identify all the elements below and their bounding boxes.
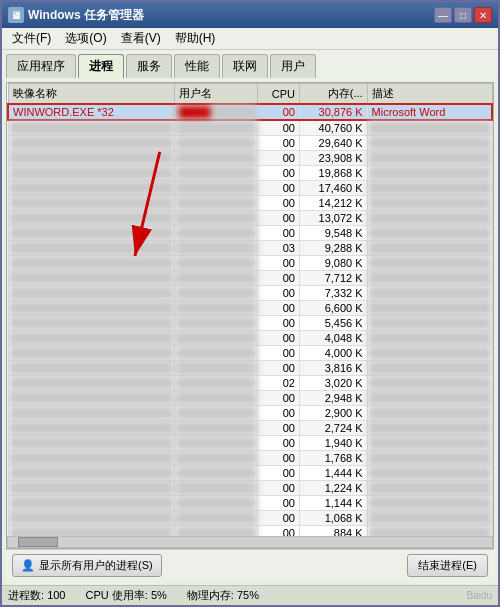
blurred-cell: ████████ (175, 271, 258, 286)
tab-users[interactable]: 用户 (270, 54, 316, 78)
process-cell: 29,640 K (299, 136, 367, 151)
table-row[interactable]: ████████████████00884 K████████ (8, 526, 492, 537)
process-cell: 884 K (299, 526, 367, 537)
process-table: 映像名称 用户名 CPU 内存(... 描述 WINWORD.EXE *32 (7, 83, 493, 536)
table-row[interactable]: ████████████████039,288 K████████ (8, 241, 492, 256)
table-row[interactable]: ████████████████007,712 K████████ (8, 271, 492, 286)
scrollbar-thumb[interactable] (18, 537, 58, 547)
table-row[interactable]: ████████████████001,768 K████████ (8, 451, 492, 466)
process-cell: 00 (258, 361, 300, 376)
process-cell: 02 (258, 376, 300, 391)
table-row[interactable]: ████████████████002,724 K████████ (8, 421, 492, 436)
table-row[interactable]: ████████████████001,144 K████████ (8, 496, 492, 511)
header-user[interactable]: 用户名 (175, 84, 258, 105)
process-cell: 13,072 K (299, 211, 367, 226)
blurred-cell: ████████ (367, 331, 492, 346)
blurred-cell: ████████ (175, 166, 258, 181)
table-row[interactable]: ████████████████009,080 K████████ (8, 256, 492, 271)
blurred-cell: ████████ (175, 511, 258, 526)
table-row[interactable]: ████████████████007,332 K████████ (8, 286, 492, 301)
tab-networking[interactable]: 联网 (222, 54, 268, 78)
menu-options[interactable]: 选项(O) (59, 29, 112, 48)
blurred-cell: ████████ (175, 256, 258, 271)
process-desc-winword: Microsoft Word (367, 104, 492, 120)
blurred-cell: ████████ (175, 346, 258, 361)
blurred-cell: ████████ (175, 301, 258, 316)
blurred-cell: ████████ (8, 271, 175, 286)
table-scroll[interactable]: 映像名称 用户名 CPU 内存(... 描述 WINWORD.EXE *32 (7, 83, 493, 536)
header-desc[interactable]: 描述 (367, 84, 492, 105)
process-cell: 00 (258, 481, 300, 496)
blurred-cell: ████████ (367, 391, 492, 406)
header-cpu[interactable]: CPU (258, 84, 300, 105)
table-row[interactable]: ████████████████0040,760 K████████ (8, 120, 492, 136)
close-button[interactable]: ✕ (474, 7, 492, 23)
end-process-button[interactable]: 结束进程(E) (407, 554, 488, 577)
title-bar-left: 🖥 Windows 任务管理器 (8, 7, 144, 24)
table-row[interactable]: ████████████████001,224 K████████ (8, 481, 492, 496)
process-cell: 00 (258, 286, 300, 301)
blurred-cell: ████████ (8, 166, 175, 181)
menu-help[interactable]: 帮助(H) (169, 29, 222, 48)
show-all-label: 显示所有用户的进程(S) (39, 558, 153, 573)
menu-view[interactable]: 查看(V) (115, 29, 167, 48)
table-row[interactable]: ████████████████0014,212 K████████ (8, 196, 492, 211)
table-row[interactable]: ████████████████001,940 K████████ (8, 436, 492, 451)
tab-services[interactable]: 服务 (126, 54, 172, 78)
table-row[interactable]: ████████████████002,900 K████████ (8, 406, 492, 421)
table-row[interactable]: ████████████████009,548 K████████ (8, 226, 492, 241)
tab-performance[interactable]: 性能 (174, 54, 220, 78)
table-row[interactable]: ████████████████0013,072 K████████ (8, 211, 492, 226)
show-all-users-button[interactable]: 👤 显示所有用户的进程(S) (12, 554, 162, 577)
table-row[interactable]: ████████████████001,068 K████████ (8, 511, 492, 526)
table-row[interactable]: ████████████████023,020 K████████ (8, 376, 492, 391)
process-cell: 2,724 K (299, 421, 367, 436)
process-cell: 00 (258, 301, 300, 316)
table-row[interactable]: ████████████████001,444 K████████ (8, 466, 492, 481)
blurred-cell: ████████ (175, 316, 258, 331)
table-row[interactable]: ████████████████004,000 K████████ (8, 346, 492, 361)
minimize-button[interactable]: — (434, 7, 452, 23)
maximize-button[interactable]: □ (454, 7, 472, 23)
header-image[interactable]: 映像名称 (8, 84, 175, 105)
table-row[interactable]: ████████████████0029,640 K████████ (8, 136, 492, 151)
blurred-cell: ████████ (8, 181, 175, 196)
blurred-cell: ████████ (8, 241, 175, 256)
app-icon: 🖥 (8, 7, 24, 23)
process-cell: 19,868 K (299, 166, 367, 181)
tab-applications[interactable]: 应用程序 (6, 54, 76, 78)
blurred-cell: ████████ (367, 496, 492, 511)
blurred-cell: ████████ (175, 361, 258, 376)
blurred-cell: ████████ (8, 331, 175, 346)
blurred-cell: ████████ (8, 136, 175, 151)
window: 🖥 Windows 任务管理器 — □ ✕ 文件(F) 选项(O) 查看(V) … (0, 0, 500, 607)
table-row[interactable]: ████████████████003,816 K████████ (8, 361, 492, 376)
blurred-cell: ████████ (175, 211, 258, 226)
blurred-cell: ████████ (175, 120, 258, 136)
blurred-cell: ████████ (8, 481, 175, 496)
process-cell: 00 (258, 391, 300, 406)
blurred-cell: ████████ (8, 376, 175, 391)
blurred-cell: ████████ (8, 151, 175, 166)
table-row[interactable]: ████████████████005,456 K████████ (8, 316, 492, 331)
process-cell: 00 (258, 511, 300, 526)
table-row[interactable]: ████████████████006,600 K████████ (8, 301, 492, 316)
process-cell: 00 (258, 151, 300, 166)
blurred-cell: ████████ (367, 451, 492, 466)
table-row[interactable]: ████████████████0023,908 K████████ (8, 151, 492, 166)
blurred-cell: ████████ (175, 421, 258, 436)
table-row[interactable]: ████████████████0017,460 K████████ (8, 181, 492, 196)
status-bar: 进程数: 100 CPU 使用率: 5% 物理内存: 75% Baidu (2, 585, 498, 605)
highlighted-process-row[interactable]: WINWORD.EXE *32 ████ 00 30,876 K Microso… (8, 104, 492, 120)
header-mem[interactable]: 内存(... (299, 84, 367, 105)
blurred-cell: ████████ (367, 526, 492, 537)
blurred-cell: ████████ (8, 286, 175, 301)
blurred-cell: ████████ (8, 496, 175, 511)
table-row[interactable]: ████████████████002,948 K████████ (8, 391, 492, 406)
table-row[interactable]: ████████████████004,048 K████████ (8, 331, 492, 346)
menu-file[interactable]: 文件(F) (6, 29, 57, 48)
horizontal-scrollbar[interactable] (7, 536, 493, 548)
table-row[interactable]: ████████████████0019,868 K████████ (8, 166, 492, 181)
tab-processes[interactable]: 进程 (78, 54, 124, 78)
process-cell: 00 (258, 451, 300, 466)
